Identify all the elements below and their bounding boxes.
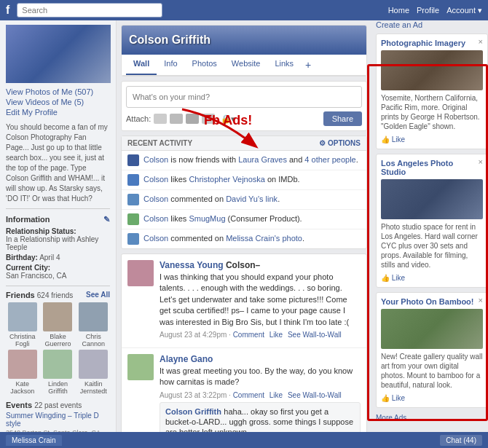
ad-title-2: Los Angeles Photo Studio xyxy=(381,159,483,176)
activity-link[interactable]: David Yu's link xyxy=(226,194,278,203)
top-nav: f Home Profile Account ▾ xyxy=(0,0,488,20)
wall-to-wall-link[interactable]: See Wall-to-Wall xyxy=(288,331,342,339)
activity-header: Recent Activity ⚙ Options xyxy=(122,136,366,151)
post-author: Alayne Gano xyxy=(160,354,361,364)
friend-item[interactable]: Christina Fogli xyxy=(6,302,39,347)
ad-close-1[interactable]: × xyxy=(479,37,483,46)
bottom-bar: Melissa Crain Chat (44) xyxy=(0,432,488,448)
activity-link[interactable]: Colson xyxy=(143,234,168,243)
ad-like-1[interactable]: 👍 Like xyxy=(381,135,405,144)
post-body: Vanessa Young Colson– I was thinking tha… xyxy=(160,260,361,339)
friend-item[interactable]: Blake Guerrero xyxy=(42,302,75,347)
comment-link[interactable]: Comment xyxy=(233,331,264,339)
friend-item[interactable]: Linden Griffith xyxy=(42,350,75,395)
bio-text: You should become a fan of my Colson Pho… xyxy=(6,122,110,209)
info-edit-icon[interactable]: ✎ xyxy=(103,215,110,224)
product-icon xyxy=(127,213,139,225)
comment-author: Colson Griffith xyxy=(165,407,221,416)
ad-like-3[interactable]: 👍 Like xyxy=(381,394,405,402)
post-meta: August 23 at 3:22pm · Comment Like See W… xyxy=(160,391,361,399)
see-all-friends[interactable]: See All xyxy=(86,291,110,299)
more-ads-link[interactable]: More Ads xyxy=(376,414,406,422)
status-input[interactable] xyxy=(126,86,362,108)
ad-image-3 xyxy=(381,309,483,349)
share-button[interactable]: Share xyxy=(323,111,362,126)
ad-image-1 xyxy=(381,50,483,90)
ad-card-1: × Photographic Imagery Yosemite, Norther… xyxy=(376,34,488,149)
ad-title-3: Your Photo On Bamboo! xyxy=(381,297,483,306)
like-link[interactable]: Like xyxy=(269,391,283,399)
info-section-title: Information ✎ xyxy=(6,215,110,224)
tab-photos[interactable]: Photos xyxy=(185,55,224,75)
birthday: Birthday: April 4 xyxy=(6,254,110,262)
relationship-status: Relationship Status: In a Relationship w… xyxy=(6,227,110,251)
activity-link[interactable]: Melissa Crain's photo xyxy=(226,234,302,243)
comment-link[interactable]: Comment xyxy=(233,391,264,399)
ad-card-2: × Los Angeles Photo Studio Photo studio … xyxy=(376,154,488,288)
activity-item: Colson likes SmugMug (Consumer Product). xyxy=(122,210,366,229)
fb-logo: f xyxy=(6,4,9,17)
ad-close-3[interactable]: × xyxy=(479,296,483,304)
video-attach-icon[interactable] xyxy=(170,114,183,124)
post-avatar xyxy=(127,260,154,286)
activity-link[interactable]: Colson xyxy=(143,175,168,184)
link-attach-icon[interactable] xyxy=(186,114,199,124)
ad-image-2 xyxy=(381,179,483,219)
author-link[interactable]: Alayne Gano xyxy=(160,354,213,364)
ad-like-2[interactable]: 👍 Like xyxy=(381,274,405,282)
friend-item[interactable]: Kate Jackson xyxy=(6,350,39,395)
like-link[interactable]: Like xyxy=(269,331,283,339)
nav-home[interactable]: Home xyxy=(388,6,409,15)
tab-info[interactable]: Info xyxy=(157,55,184,75)
friends-section-title: Friends 624 friends See All xyxy=(6,291,110,299)
ad-close-2[interactable]: × xyxy=(479,157,483,166)
activity-text: Colson commented on Melissa Crain's phot… xyxy=(143,233,361,244)
chat-tab[interactable]: Melissa Crain xyxy=(6,435,62,446)
event-item[interactable]: Summer Wingding – Triple D style xyxy=(6,412,110,428)
tab-wall[interactable]: Wall xyxy=(126,55,157,75)
activity-link[interactable]: 4 other people xyxy=(304,155,355,164)
activity-link[interactable]: Colson xyxy=(143,194,168,203)
activity-text: Colson likes SmugMug (Consumer Product). xyxy=(143,213,361,224)
create-ad-link[interactable]: Create an Ad xyxy=(376,20,488,29)
photo-attach-icon[interactable] xyxy=(154,114,167,124)
profile-header: Colson Griffith Wall Info Photos Website… xyxy=(121,25,367,76)
activity-item: Colson commented on Melissa Crain's phot… xyxy=(122,229,366,248)
activity-link[interactable]: Colson xyxy=(143,155,168,164)
post-header: Alayne Gano It was great meeting you too… xyxy=(127,354,361,399)
like-icon xyxy=(127,174,139,186)
ad-text-3: New! Create gallery quality wall art fro… xyxy=(381,352,483,390)
sidebar-links: View Photos of Me (507) View Videos of M… xyxy=(6,87,110,117)
profile-cover: Colson Griffith xyxy=(122,25,366,55)
tab-website[interactable]: Website xyxy=(224,55,268,75)
activity-link[interactable]: Christopher Vejnoska xyxy=(189,175,265,184)
ad-title-1: Photographic Imagery xyxy=(381,39,483,47)
post-item: Alayne Gano It was great meeting you too… xyxy=(122,348,366,432)
events-section: Events 22 past events Summer Wingding – … xyxy=(6,401,110,432)
post-meta: August 23 at 4:29pm · Comment Like See W… xyxy=(160,331,361,339)
nav-account[interactable]: Account ▾ xyxy=(446,6,482,15)
tab-links[interactable]: Links xyxy=(267,55,301,75)
wall-to-wall-link[interactable]: See Wall-to-Wall xyxy=(288,391,342,399)
ad-text-1: Yosemite, Northern California, Pacific R… xyxy=(381,93,483,131)
ad-text-2: Photo studio space for rent in Los Angel… xyxy=(381,222,483,270)
view-videos-link[interactable]: View Videos of Me (5) xyxy=(6,98,110,106)
chat-button[interactable]: Chat (44) xyxy=(440,435,482,446)
privacy-icon[interactable]: 🔒▾ xyxy=(221,114,235,124)
edit-profile-link[interactable]: Edit My Profile xyxy=(6,108,110,117)
activity-link[interactable]: Laura Graves xyxy=(238,155,287,164)
status-box: Attach: 🔒▾ Share xyxy=(121,81,367,131)
options-link[interactable]: ⚙ Options xyxy=(319,139,361,147)
author-link[interactable]: Vanessa Young xyxy=(160,260,224,270)
add-tab-button[interactable]: + xyxy=(301,55,315,75)
activity-link[interactable]: Colson xyxy=(143,214,168,223)
posts-section: Vanessa Young Colson– I was thinking tha… xyxy=(121,254,367,432)
friend-item[interactable]: Kaitlin Jernstedt xyxy=(76,350,110,395)
activity-text: Colson commented on David Yu's link. xyxy=(143,194,361,205)
friend-item[interactable]: Chris Cannon xyxy=(76,302,110,347)
activity-link[interactable]: SmugMug xyxy=(189,214,225,223)
event-attach-icon[interactable] xyxy=(202,114,215,124)
search-input[interactable] xyxy=(17,3,162,17)
nav-profile[interactable]: Profile xyxy=(417,6,439,15)
view-photos-link[interactable]: View Photos of Me (507) xyxy=(6,87,110,96)
